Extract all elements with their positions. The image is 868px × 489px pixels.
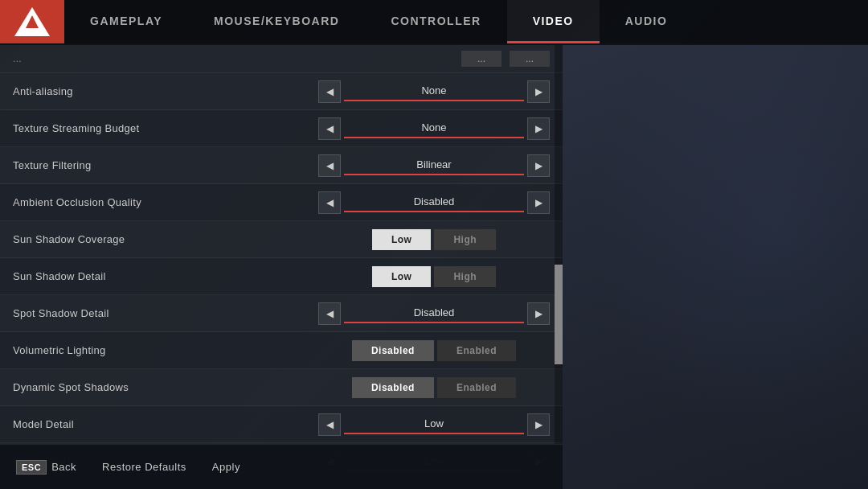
back-label: Back — [51, 461, 76, 473]
tab-audio[interactable]: AUDIO — [600, 0, 694, 43]
btn-low-sun-shadow-detail[interactable]: Low — [372, 266, 432, 287]
partial-row: ... ... ... — [0, 45, 563, 73]
label-spot-shadow-detail: Spot Shadow Detail — [13, 307, 318, 319]
nav-tabs: GAMEPLAY MOUSE/KEYBOARD CONTROLLER VIDEO… — [64, 0, 868, 43]
arrow-right-ambient-occlusion[interactable]: ▶ — [527, 191, 550, 214]
label-model-detail: Model Detail — [13, 418, 318, 430]
partial-box-2: ... — [510, 51, 550, 67]
restore-label: Restore Defaults — [102, 461, 186, 473]
btn-high-sun-shadow-coverage[interactable]: High — [434, 229, 496, 250]
label-volumetric-lighting: Volumetric Lighting — [13, 344, 318, 356]
arrow-right-spot-shadow-detail[interactable]: ▶ — [527, 302, 550, 325]
btn-enabled-volumetric-lighting[interactable]: Enabled — [437, 340, 516, 361]
underline-anti-aliasing — [344, 100, 524, 101]
row-volumetric-lighting: Volumetric Lighting Disabled Enabled — [0, 332, 563, 369]
scrollbar-track[interactable] — [555, 45, 563, 444]
underline-spot-shadow-detail — [344, 322, 524, 323]
arrow-left-anti-aliasing[interactable]: ◀ — [318, 80, 341, 103]
btn-disabled-volumetric-lighting[interactable]: Disabled — [352, 340, 434, 361]
arrow-right-texture-streaming[interactable]: ▶ — [527, 117, 550, 140]
control-anti-aliasing: ◀ None ▶ — [318, 80, 550, 103]
row-model-detail: Model Detail ◀ Low ▶ — [0, 406, 563, 443]
row-sun-shadow-coverage: Sun Shadow Coverage Low High — [0, 221, 563, 258]
tab-video[interactable]: VIDEO — [507, 0, 600, 43]
tab-controller[interactable]: CONTROLLER — [365, 0, 506, 43]
btn-disabled-dynamic-spot-shadows[interactable]: Disabled — [352, 377, 434, 398]
tab-gameplay[interactable]: GAMEPLAY — [64, 0, 188, 43]
control-sun-shadow-detail: Low High — [318, 266, 550, 287]
toggle-sun-shadow-coverage: Low High — [372, 229, 496, 250]
control-ambient-occlusion: ◀ Disabled ▶ — [318, 191, 550, 214]
toggle-sun-shadow-detail: Low High — [372, 266, 496, 287]
arrow-left-ambient-occlusion[interactable]: ◀ — [318, 191, 341, 214]
arrow-left-spot-shadow-detail[interactable]: ◀ — [318, 302, 341, 325]
tab-mouse-keyboard[interactable]: MOUSE/KEYBOARD — [188, 0, 365, 43]
control-sun-shadow-coverage: Low High — [318, 229, 550, 250]
partial-values: ... ... — [461, 51, 550, 67]
value-texture-filtering: Bilinear — [344, 155, 524, 175]
row-sun-shadow-detail: Sun Shadow Detail Low High — [0, 258, 563, 295]
arrow-left-texture-streaming[interactable]: ◀ — [318, 117, 341, 140]
nav-bar: GAMEPLAY MOUSE/KEYBOARD CONTROLLER VIDEO… — [0, 0, 868, 45]
btn-enabled-dynamic-spot-shadows[interactable]: Enabled — [437, 377, 516, 398]
row-dynamic-spot-shadows: Dynamic Spot Shadows Disabled Enabled — [0, 369, 563, 406]
arrow-right-model-detail[interactable]: ▶ — [527, 413, 550, 436]
row-spot-shadow-detail: Spot Shadow Detail ◀ Disabled ▶ — [0, 295, 563, 332]
arrow-right-texture-filtering[interactable]: ▶ — [527, 154, 550, 177]
main-content: ... ... ... Anti-aliasing ◀ None ▶ — [0, 45, 868, 489]
settings-list: ... ... ... Anti-aliasing ◀ None ▶ — [0, 45, 563, 489]
apex-logo — [0, 0, 64, 43]
settings-panel: ... ... ... Anti-aliasing ◀ None ▶ — [0, 45, 563, 489]
label-texture-streaming: Texture Streaming Budget — [13, 122, 318, 134]
label-sun-shadow-coverage: Sun Shadow Coverage — [13, 233, 318, 245]
label-sun-shadow-detail: Sun Shadow Detail — [13, 270, 318, 282]
value-texture-streaming: None — [344, 118, 524, 138]
apply-label: Apply — [212, 461, 240, 473]
btn-high-sun-shadow-detail[interactable]: High — [434, 266, 496, 287]
toggle-volumetric-lighting: Disabled Enabled — [352, 340, 516, 361]
control-dynamic-spot-shadows: Disabled Enabled — [318, 377, 550, 398]
apply-button[interactable]: Apply — [212, 461, 240, 473]
arrow-left-texture-filtering[interactable]: ◀ — [318, 154, 341, 177]
row-texture-streaming: Texture Streaming Budget ◀ None ▶ — [0, 110, 563, 147]
label-ambient-occlusion: Ambient Occlusion Quality — [13, 196, 318, 208]
underline-texture-filtering — [344, 174, 524, 175]
row-ambient-occlusion: Ambient Occlusion Quality ◀ Disabled ▶ — [0, 184, 563, 221]
underline-ambient-occlusion — [344, 211, 524, 212]
partial-box-1: ... — [461, 51, 502, 67]
label-dynamic-spot-shadows: Dynamic Spot Shadows — [13, 381, 318, 393]
btn-low-sun-shadow-coverage[interactable]: Low — [372, 229, 432, 250]
arrow-left-model-detail[interactable]: ◀ — [318, 413, 341, 436]
partial-label: ... — [13, 53, 318, 64]
value-model-detail: Low — [344, 414, 524, 434]
esc-key-label: ESC — [16, 460, 47, 475]
control-volumetric-lighting: Disabled Enabled — [318, 340, 550, 361]
row-texture-filtering: Texture Filtering ◀ Bilinear ▶ — [0, 147, 563, 184]
value-ambient-occlusion: Disabled — [344, 192, 524, 212]
control-spot-shadow-detail: ◀ Disabled ▶ — [318, 302, 550, 325]
scrollbar-thumb[interactable] — [555, 265, 563, 364]
logo-icon — [14, 7, 50, 36]
underline-model-detail — [344, 433, 524, 434]
back-button[interactable]: ESC Back — [16, 460, 76, 475]
control-texture-filtering: ◀ Bilinear ▶ — [318, 154, 550, 177]
right-area — [563, 45, 868, 489]
arrow-right-anti-aliasing[interactable]: ▶ — [527, 80, 550, 103]
row-anti-aliasing: Anti-aliasing ◀ None ▶ — [0, 73, 563, 110]
underline-texture-streaming — [344, 137, 524, 138]
label-texture-filtering: Texture Filtering — [13, 159, 318, 171]
value-spot-shadow-detail: Disabled — [344, 303, 524, 323]
restore-defaults-button[interactable]: Restore Defaults — [102, 461, 186, 473]
toggle-dynamic-spot-shadows: Disabled Enabled — [352, 377, 516, 398]
control-texture-streaming: ◀ None ▶ — [318, 117, 550, 140]
bottom-bar: ESC Back Restore Defaults Apply — [0, 444, 563, 489]
control-model-detail: ◀ Low ▶ — [318, 413, 550, 436]
label-anti-aliasing: Anti-aliasing — [13, 85, 318, 97]
value-anti-aliasing: None — [344, 81, 524, 101]
